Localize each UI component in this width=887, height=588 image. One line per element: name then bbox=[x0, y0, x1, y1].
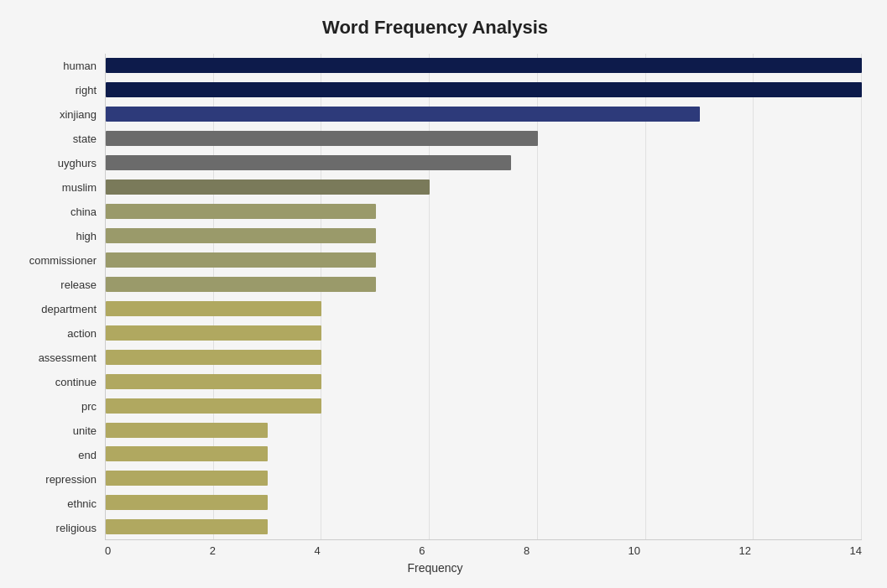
bar-row bbox=[106, 397, 862, 415]
x-axis-label: Frequency bbox=[8, 561, 862, 575]
x-tick: 8 bbox=[524, 544, 530, 557]
x-tick: 2 bbox=[210, 544, 216, 557]
bar-row bbox=[106, 251, 862, 269]
bar-row bbox=[106, 348, 862, 367]
y-label: unite bbox=[73, 425, 97, 436]
x-tick: 14 bbox=[850, 544, 862, 557]
bar bbox=[106, 228, 376, 243]
chart-area: humanrightxinjiangstateuyghursmuslimchin… bbox=[8, 54, 862, 540]
bar-row bbox=[106, 518, 862, 536]
y-label: ethnic bbox=[67, 498, 97, 509]
bar bbox=[106, 471, 268, 486]
bar bbox=[106, 58, 862, 73]
bar-row bbox=[106, 129, 862, 148]
y-label: high bbox=[76, 231, 97, 242]
bar-row bbox=[106, 226, 862, 245]
y-label: prc bbox=[81, 401, 97, 412]
bar bbox=[106, 519, 268, 534]
x-tick: 0 bbox=[105, 544, 111, 557]
bar bbox=[106, 350, 321, 365]
y-label: uyghurs bbox=[58, 158, 97, 169]
bar bbox=[106, 180, 430, 195]
bar bbox=[106, 204, 376, 219]
y-label: repression bbox=[45, 474, 97, 485]
y-label: action bbox=[67, 328, 97, 339]
chart-container: Word Frequency Analysis humanrightxinjia… bbox=[0, 0, 887, 588]
y-label: continue bbox=[55, 377, 97, 388]
bar bbox=[106, 277, 376, 292]
bars-area bbox=[105, 54, 862, 540]
bar-row bbox=[106, 105, 862, 123]
bar bbox=[106, 325, 321, 341]
y-label: commissioner bbox=[29, 255, 97, 266]
bar bbox=[106, 423, 268, 438]
bar-row bbox=[106, 469, 862, 487]
y-label: department bbox=[41, 304, 97, 315]
bar bbox=[106, 107, 700, 122]
bar bbox=[106, 446, 268, 461]
y-label: china bbox=[70, 206, 97, 217]
bar-row bbox=[106, 275, 862, 294]
bar-row bbox=[106, 178, 862, 196]
bar-row bbox=[106, 56, 862, 75]
bar-row bbox=[106, 202, 862, 221]
bar-row bbox=[106, 421, 862, 440]
bar-row bbox=[106, 299, 862, 318]
chart-title: Word Frequency Analysis bbox=[8, 17, 862, 39]
x-tick: 12 bbox=[739, 544, 751, 557]
y-label: human bbox=[63, 60, 97, 71]
bar bbox=[106, 398, 321, 414]
bar bbox=[106, 131, 538, 146]
y-label: end bbox=[78, 450, 97, 461]
y-axis-labels: humanrightxinjiangstateuyghursmuslimchin… bbox=[8, 54, 105, 540]
x-tick: 10 bbox=[629, 544, 640, 557]
bar bbox=[106, 252, 376, 268]
bar bbox=[106, 495, 268, 510]
y-label: muslim bbox=[62, 182, 97, 193]
x-axis: 02468101214 bbox=[105, 540, 862, 557]
bar bbox=[106, 155, 511, 170]
bar-row bbox=[106, 324, 862, 342]
bar-row bbox=[106, 154, 862, 172]
y-label: xinjiang bbox=[60, 109, 97, 120]
bar-row bbox=[106, 372, 862, 391]
y-label: assessment bbox=[39, 352, 97, 363]
bar-row bbox=[106, 81, 862, 99]
y-label: state bbox=[73, 133, 97, 144]
y-label: right bbox=[76, 85, 97, 96]
bar bbox=[106, 301, 321, 316]
x-tick: 4 bbox=[314, 544, 320, 557]
bar bbox=[106, 374, 321, 389]
bar bbox=[106, 82, 862, 97]
y-label: release bbox=[60, 279, 97, 290]
bar-row bbox=[106, 493, 862, 512]
bar-row bbox=[106, 445, 862, 463]
x-tick: 6 bbox=[419, 544, 425, 557]
y-label: religious bbox=[56, 523, 97, 533]
